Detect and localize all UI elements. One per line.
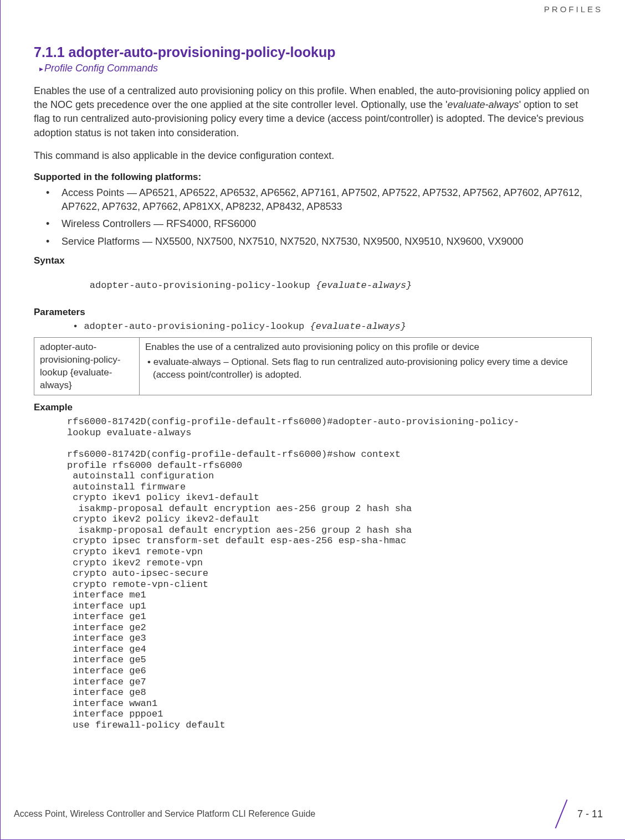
param-table-left: adopter-auto-provisioning-policy-lookup …: [34, 337, 140, 395]
footer-slash-icon: [552, 801, 571, 827]
param-arg: {evaluate-always}: [310, 321, 406, 332]
syntax-cmd: adopter-auto-provisioning-policy-lookup: [90, 280, 316, 291]
param-table-right-top: Enables the use of a centralized auto pr…: [145, 341, 586, 354]
page-content: 7.1.1 adopter-auto-provisioning-policy-l…: [1, 0, 625, 730]
intro-paragraph-1: Enables the use of a centralized auto pr…: [34, 84, 592, 140]
footer-doc-title: Access Point, Wireless Controller and Se…: [14, 809, 315, 819]
chapter-header-label: PROFILES: [544, 4, 603, 14]
parameters-table: adopter-auto-provisioning-policy-lookup …: [34, 337, 592, 396]
platforms-heading: Supported in the following platforms:: [34, 172, 592, 183]
param-table-right-bullet: evaluate-always – Optional. Sets flag to…: [145, 356, 586, 382]
parameters-line: adopter-auto-provisioning-policy-lookup …: [73, 321, 592, 332]
intro-em: evaluate-always: [448, 99, 519, 110]
intro-paragraph-2: This command is also applicable in the d…: [34, 149, 592, 163]
list-item: Service Platforms — NX5500, NX7500, NX75…: [62, 235, 592, 249]
breadcrumb[interactable]: Profile Config Commands: [39, 63, 592, 74]
footer-page-wrap: 7 - 11: [552, 801, 603, 827]
syntax-line: adopter-auto-provisioning-policy-lookup …: [67, 270, 592, 301]
syntax-arg: {evaluate-always}: [316, 280, 412, 291]
section-title: 7.1.1 adopter-auto-provisioning-policy-l…: [34, 44, 592, 60]
example-block: rfs6000-81742D(config-profile-default-rf…: [67, 416, 592, 730]
page-footer: Access Point, Wireless Controller and Se…: [14, 801, 603, 827]
list-item: Wireless Controllers — RFS4000, RFS6000: [62, 217, 592, 231]
list-item: Access Points — AP6521, AP6522, AP6532, …: [62, 186, 592, 214]
param-table-right: Enables the use of a centralized auto pr…: [140, 337, 592, 395]
param-cmd: adopter-auto-provisioning-policy-lookup: [84, 321, 310, 332]
example-heading: Example: [34, 402, 592, 413]
footer-page-number: 7 - 11: [577, 808, 603, 820]
syntax-heading: Syntax: [34, 255, 592, 266]
parameters-heading: Parameters: [34, 307, 592, 318]
platforms-list: Access Points — AP6521, AP6522, AP6532, …: [34, 186, 592, 249]
